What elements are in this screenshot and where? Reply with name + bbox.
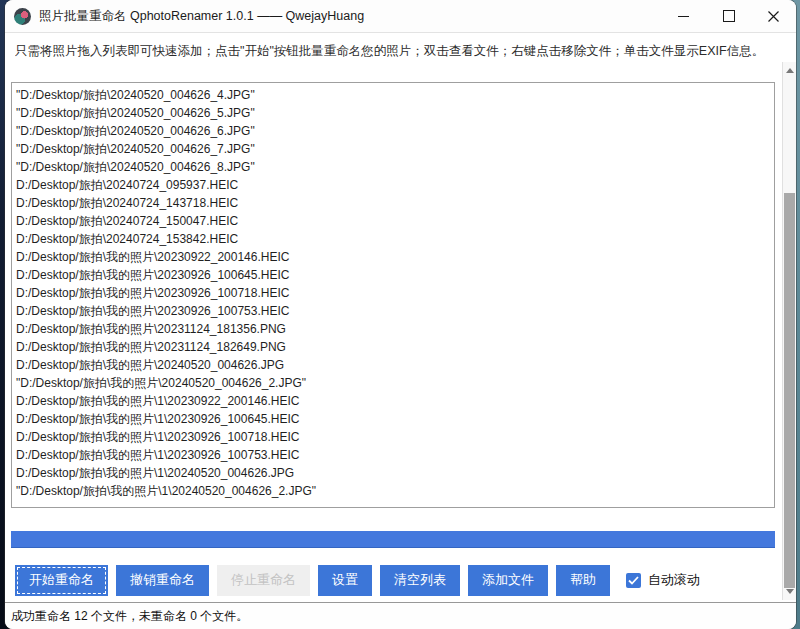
autoscroll-toggle[interactable]: 自动滚动 [626, 571, 700, 589]
autoscroll-label: 自动滚动 [648, 571, 700, 589]
file-list-item[interactable]: D:/Desktop/旅拍\我的照片\1\20240520_004626.JPG [16, 464, 774, 482]
file-list-item[interactable]: D:/Desktop/旅拍\我的照片\1\20230926_100645.HEI… [16, 410, 774, 428]
minimize-button[interactable] [661, 0, 706, 32]
settings-button[interactable]: 设置 [318, 565, 372, 596]
file-list-item[interactable]: "D:/Desktop/旅拍\20240520_004626_4.JPG" [16, 86, 774, 104]
undo-rename-button[interactable]: 撤销重命名 [116, 565, 209, 596]
stop-rename-button[interactable]: 停止重命名 [217, 565, 310, 596]
file-list-item[interactable]: D:/Desktop/旅拍\我的照片\20230926_100753.HEIC [16, 302, 774, 320]
file-list-item[interactable]: "D:/Desktop/旅拍\我的照片\1\20240520_004626_2.… [16, 482, 774, 500]
help-button[interactable]: 帮助 [556, 565, 610, 596]
file-list-item[interactable]: D:/Desktop/旅拍\我的照片\20230926_100718.HEIC [16, 284, 774, 302]
file-list-item[interactable]: "D:/Desktop/旅拍\20240520_004626_5.JPG" [16, 104, 774, 122]
status-text: 成功重命名 12 个文件，未重命名 0 个文件。 [11, 608, 248, 625]
toolbar: 开始重命名 撤销重命名 停止重命名 设置 清空列表 添加文件 帮助 自动滚动 [15, 564, 700, 596]
scrollbar-down-button[interactable] [783, 584, 796, 599]
file-list-item[interactable]: D:/Desktop/旅拍\我的照片\20230926_100645.HEIC [16, 266, 774, 284]
maximize-icon [723, 10, 735, 22]
file-list-item[interactable]: "D:/Desktop/旅拍\20240520_004626_6.JPG" [16, 122, 774, 140]
file-list-item[interactable]: D:/Desktop/旅拍\我的照片\1\20230926_100718.HEI… [16, 428, 774, 446]
file-list-item[interactable]: D:/Desktop/旅拍\20240724_143718.HEIC [16, 194, 774, 212]
close-icon [767, 10, 780, 23]
app-icon [14, 8, 31, 25]
maximize-button[interactable] [706, 0, 751, 32]
arrow-down-icon [786, 589, 794, 594]
add-files-button[interactable]: 添加文件 [468, 565, 548, 596]
clear-list-button[interactable]: 清空列表 [380, 565, 460, 596]
scrollbar-thumb[interactable] [784, 193, 795, 588]
file-list-item[interactable]: D:/Desktop/旅拍\我的照片\20240520_004626.JPG [16, 356, 774, 374]
minimize-icon [678, 16, 689, 17]
instruction-text: 只需将照片拖入列表即可快速添加；点击"开始"按钮批量重命名您的照片；双击查看文件… [15, 43, 772, 60]
status-bar: 成功重命名 12 个文件，未重命名 0 个文件。 [5, 602, 796, 629]
title-bar: 照片批量重命名 QphotoRenamer 1.0.1 —— QwejayHua… [5, 0, 796, 33]
autoscroll-checkbox[interactable] [626, 573, 641, 588]
window-title: 照片批量重命名 QphotoRenamer 1.0.1 —— QwejayHua… [39, 8, 364, 25]
file-list-item[interactable]: D:/Desktop/旅拍\20240724_153842.HEIC [16, 230, 774, 248]
file-list-item[interactable]: "D:/Desktop/旅拍\20240520_004626_7.JPG" [16, 140, 774, 158]
file-list-item[interactable]: D:/Desktop/旅拍\我的照片\1\20230922_200146.HEI… [16, 392, 774, 410]
app-window: 照片批量重命名 QphotoRenamer 1.0.1 —— QwejayHua… [5, 0, 796, 629]
file-list-item[interactable]: "D:/Desktop/旅拍\20240520_004626_8.JPG" [16, 158, 774, 176]
file-list-item[interactable]: "D:/Desktop/旅拍\我的照片\20240520_004626_2.JP… [16, 374, 774, 392]
file-list-item[interactable]: D:/Desktop/旅拍\我的照片\20231124_182649.PNG [16, 338, 774, 356]
file-list-item[interactable]: D:/Desktop/旅拍\20240724_095937.HEIC [16, 176, 774, 194]
window-controls [661, 0, 796, 32]
close-button[interactable] [751, 0, 796, 32]
arrow-up-icon [786, 68, 794, 73]
scrollbar-up-button[interactable] [783, 63, 796, 78]
check-icon [628, 576, 639, 585]
file-list-item[interactable]: D:/Desktop/旅拍\我的照片\20231124_181356.PNG [16, 320, 774, 338]
file-list[interactable]: "D:/Desktop/旅拍\20240520_004626_4.JPG" "D… [11, 82, 775, 508]
file-list-item[interactable]: D:/Desktop/旅拍\20240724_150047.HEIC [16, 212, 774, 230]
progress-bar [11, 531, 775, 548]
progress-fill [11, 531, 775, 548]
start-rename-button[interactable]: 开始重命名 [15, 565, 108, 596]
list-scrollbar[interactable] [782, 62, 796, 600]
file-list-item[interactable]: D:/Desktop/旅拍\我的照片\1\20230926_100753.HEI… [16, 446, 774, 464]
file-list-item[interactable]: D:/Desktop/旅拍\我的照片\20230922_200146.HEIC [16, 248, 774, 266]
